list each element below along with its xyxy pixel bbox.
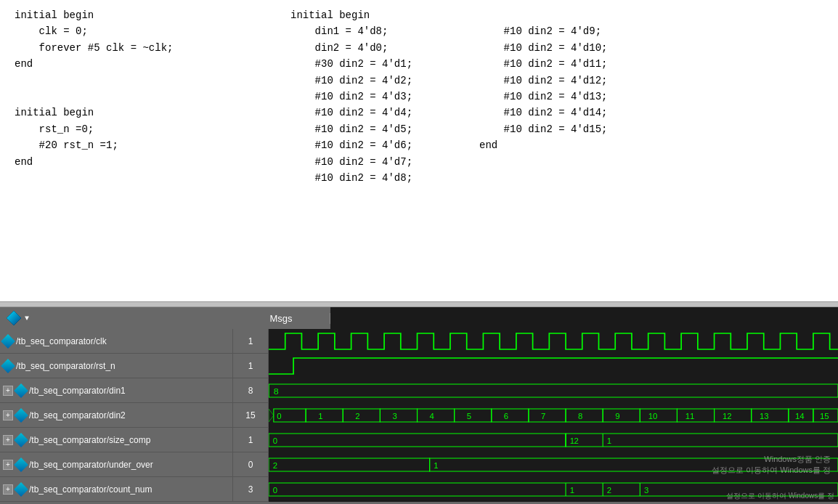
code-line: initial begin (15, 7, 290, 23)
svg-text:3: 3 (644, 486, 648, 494)
svg-text:0: 0 (273, 486, 277, 494)
svg-rect-10 (343, 409, 380, 422)
code-column-3: #10 din2 = 4'd9; #10 din2 = 4'd10; #10 d… (479, 7, 625, 294)
svg-rect-24 (603, 409, 640, 422)
code-line: #10 din2 = 4'd12; (479, 73, 625, 89)
signal-label-rst-n: /tb_seq_comparator/rst_n (0, 361, 232, 371)
svg-rect-12 (380, 409, 417, 422)
svg-marker-1 (7, 311, 21, 325)
svg-text:14: 14 (795, 412, 805, 420)
svg-text:4: 4 (430, 412, 434, 420)
wave-timeline-header (330, 307, 838, 329)
svg-text:3: 3 (392, 412, 396, 420)
signals-header: ▼ (0, 310, 232, 326)
code-line: #10 din2 = 4'd10; (479, 40, 625, 56)
svg-rect-16 (455, 409, 492, 422)
svg-rect-22 (566, 409, 603, 422)
code-line: #10 din2 = 4'd13; (479, 89, 625, 105)
toolbar-icon[interactable]: ▼ (6, 310, 29, 326)
svg-text:1: 1 (434, 461, 438, 469)
wave-din1: 8 (269, 378, 838, 403)
signal-value-din2: 15 (232, 403, 269, 427)
code-line: #10 din2 = 4'd9; (479, 23, 625, 39)
svg-rect-32 (752, 409, 789, 422)
signal-row-rst-n: /tb_seq_comparator/rst_n 1 (0, 354, 838, 378)
svg-text:10: 10 (648, 412, 658, 420)
code-line: #10 din2 = 4'd14; (479, 105, 625, 121)
code-line: #20 rst_n =1; (15, 137, 290, 153)
code-area: initial begin clk = 0; forever #5 clk = … (0, 0, 838, 301)
code-column-1: initial begin clk = 0; forever #5 clk = … (15, 7, 290, 294)
code-line: #10 din2 = 4'd4; (290, 105, 479, 121)
waveform-header: ▼ Msgs (0, 307, 838, 329)
svg-text:2: 2 (574, 436, 578, 444)
svg-rect-14 (418, 409, 455, 422)
expand-din2-button[interactable]: + (3, 410, 13, 420)
svg-marker-5 (269, 409, 274, 422)
signal-row-size-comp: + /tb_seq_comparator/size_comp 1 0 1 2 1 (0, 428, 838, 452)
code-line (15, 89, 290, 105)
signal-value-clk: 1 (232, 329, 269, 353)
waveform-panel: ▼ Msgs /tb_seq_comparator/clk 1 /tb_seq_… (0, 307, 838, 504)
svg-text:7: 7 (541, 412, 545, 420)
code-line: #10 din2 = 4'd5; (290, 121, 479, 137)
code-line: initial begin (290, 7, 479, 23)
wave-under-over: 2 1 Windows정품 인증 설정으로 이동하여 Windows를 정 (269, 452, 838, 477)
signal-label-size-comp: + /tb_seq_comparator/size_comp (0, 435, 232, 445)
code-line: #10 din2 = 4'd7; (290, 154, 479, 170)
code-line: din1 = 4'd8; (290, 23, 479, 39)
svg-rect-8 (306, 409, 343, 422)
code-line: #10 din2 = 4'd6; (290, 137, 479, 153)
svg-text:2: 2 (355, 412, 359, 420)
signal-icon (14, 433, 28, 447)
signal-row-under-over: + /tb_seq_comparator/under_over 0 2 1 Wi… (0, 452, 838, 477)
svg-rect-26 (640, 409, 677, 422)
svg-rect-2 (269, 384, 838, 397)
signal-label-count-num: + /tb_seq_comparator/count_num (0, 484, 232, 495)
signal-icon (14, 408, 28, 423)
signal-label-din2: + /tb_seq_comparator/din2 (0, 410, 232, 420)
signal-value-rst-n: 1 (232, 354, 269, 378)
code-line: #10 din2 = 4'd2; (290, 73, 479, 89)
svg-rect-20 (529, 409, 566, 422)
signal-icon (14, 383, 28, 398)
code-line (479, 7, 625, 23)
svg-text:1: 1 (318, 412, 322, 420)
signal-row-clk: /tb_seq_comparator/clk 1 (0, 329, 838, 354)
svg-text:13: 13 (760, 412, 769, 420)
svg-rect-49 (430, 458, 838, 471)
code-line: end (15, 154, 290, 170)
code-line: end (15, 56, 290, 72)
msgs-column-header: Msgs (232, 313, 330, 324)
svg-text:2: 2 (273, 461, 277, 469)
code-line: #10 din2 = 4'd3; (290, 89, 479, 105)
svg-rect-18 (492, 409, 529, 422)
code-line: rst_n =0; (15, 121, 290, 137)
signal-icon (1, 359, 15, 373)
signal-label-din1: + /tb_seq_comparator/din1 (0, 386, 232, 396)
windows-watermark-2: 설정으로 이동하여 Windows를 정 (726, 491, 834, 501)
svg-text:1: 1 (570, 486, 574, 494)
svg-text:8: 8 (578, 412, 582, 420)
signal-row-din2: + /tb_seq_comparator/din2 15 0 1 2 (0, 403, 838, 428)
expand-size-comp-button[interactable]: + (3, 435, 13, 445)
svg-text:12: 12 (723, 412, 732, 420)
signal-value-din1: 8 (232, 378, 269, 402)
svg-rect-30 (715, 409, 752, 422)
code-line: clk = 0; (15, 23, 290, 39)
svg-rect-28 (677, 409, 714, 422)
wave-din2: 0 1 2 3 4 5 6 7 (269, 403, 838, 428)
svg-text:2: 2 (607, 486, 611, 494)
code-line: forever #5 clk = ~clk; (15, 40, 290, 56)
signal-value-count-num: 3 (232, 477, 269, 501)
svg-text:0: 0 (277, 412, 281, 420)
svg-text:9: 9 (615, 412, 619, 420)
expand-under-over-button[interactable]: + (3, 460, 13, 470)
svg-rect-38 (269, 434, 566, 447)
dropdown-arrow-icon: ▼ (25, 314, 29, 322)
code-line: #30 din2 = 4'd1; (290, 56, 479, 72)
expand-din1-button[interactable]: + (3, 386, 13, 396)
signal-value-size-comp: 1 (232, 428, 269, 452)
expand-count-num-button[interactable]: + (3, 484, 13, 495)
signal-icon (14, 482, 28, 497)
